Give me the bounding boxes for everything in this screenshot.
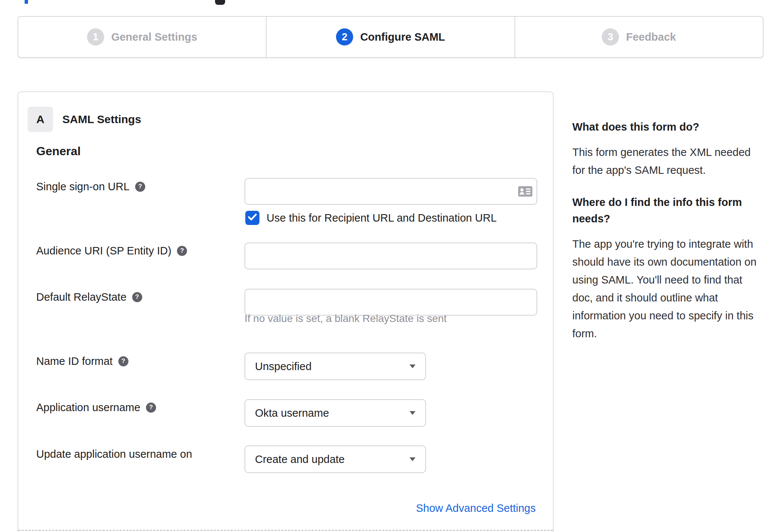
step-2-badge: 2	[336, 28, 353, 46]
step-feedback[interactable]: 3 Feedback	[514, 17, 763, 57]
help-heading-where: Where do I find the info this form needs…	[572, 194, 766, 227]
cutoff-dark-icon	[215, 0, 225, 5]
chevron-down-icon	[410, 364, 416, 368]
chevron-down-icon	[410, 457, 416, 461]
chevron-down-icon	[410, 411, 416, 415]
sso-url-label-row: Single sign-on URL ?	[36, 179, 145, 194]
audience-uri-label: Audience URI (SP Entity ID)	[36, 245, 171, 257]
update-username-dropdown[interactable]: Create and update	[245, 445, 426, 473]
help-body-where: The app you're trying to integrate with …	[572, 235, 766, 342]
app-username-label: Application username	[36, 401, 140, 414]
step-3-label: Feedback	[626, 31, 676, 43]
audience-uri-help-icon[interactable]: ?	[177, 246, 187, 256]
update-username-value: Create and update	[255, 453, 410, 466]
step-1-label: General Settings	[111, 31, 197, 43]
saml-settings-panel: A SAML Settings General Single sign-on U…	[18, 91, 554, 532]
update-username-label: Update application username on	[36, 448, 192, 460]
show-advanced-settings-link[interactable]: Show Advanced Settings	[416, 501, 536, 516]
sso-url-input[interactable]	[245, 178, 537, 205]
relay-state-help-icon[interactable]: ?	[132, 292, 142, 302]
app-username-label-row: Application username ?	[36, 400, 156, 415]
name-id-format-dropdown[interactable]: Unspecified	[245, 353, 426, 380]
app-username-help-icon[interactable]: ?	[146, 403, 156, 413]
relay-state-label: Default RelayState	[36, 291, 127, 303]
audience-uri-label-row: Audience URI (SP Entity ID) ?	[36, 243, 187, 259]
app-username-dropdown[interactable]: Okta username	[245, 399, 426, 427]
update-username-label-row: Update application username on	[36, 446, 192, 462]
audience-uri-input[interactable]	[245, 242, 537, 269]
use-recipient-url-checkbox[interactable]	[245, 211, 259, 225]
step-configure-saml[interactable]: 2 Configure SAML	[266, 17, 514, 57]
section-dashed-divider	[18, 530, 553, 531]
general-heading: General	[36, 144, 81, 158]
step-general-settings[interactable]: 1 General Settings	[18, 17, 266, 57]
step-3-badge: 3	[602, 28, 619, 46]
app-username-value: Okta username	[255, 407, 410, 419]
help-body-what: This form generates the XML needed for t…	[572, 143, 766, 179]
section-a-badge: A	[28, 107, 53, 132]
name-id-format-help-icon[interactable]: ?	[118, 356, 128, 366]
help-sidebar: What does this form do? This form genera…	[572, 119, 766, 342]
section-title: SAML Settings	[62, 107, 141, 132]
help-section-where: Where do I find the info this form needs…	[572, 194, 766, 342]
checkmark-icon	[248, 213, 257, 223]
step-1-badge: 1	[87, 28, 104, 46]
sso-url-help-icon[interactable]: ?	[135, 182, 145, 192]
name-id-format-value: Unspecified	[255, 360, 410, 373]
relay-state-label-row: Default RelayState ?	[36, 289, 142, 305]
name-id-format-label: Name ID format	[36, 355, 113, 367]
wizard-stepper: 1 General Settings 2 Configure SAML 3 Fe…	[18, 16, 763, 58]
relay-state-helper-text: If no value is set, a blank RelayState i…	[245, 312, 447, 325]
sso-url-label: Single sign-on URL	[36, 181, 130, 193]
use-recipient-url-checkbox-label: Use this for Recipient URL and Destinati…	[267, 211, 497, 225]
help-section-what: What does this form do? This form genera…	[572, 119, 766, 179]
cutoff-blue-accent	[25, 0, 28, 4]
help-heading-what: What does this form do?	[572, 119, 766, 135]
name-id-format-label-row: Name ID format ?	[36, 353, 128, 369]
step-2-label: Configure SAML	[360, 31, 445, 43]
